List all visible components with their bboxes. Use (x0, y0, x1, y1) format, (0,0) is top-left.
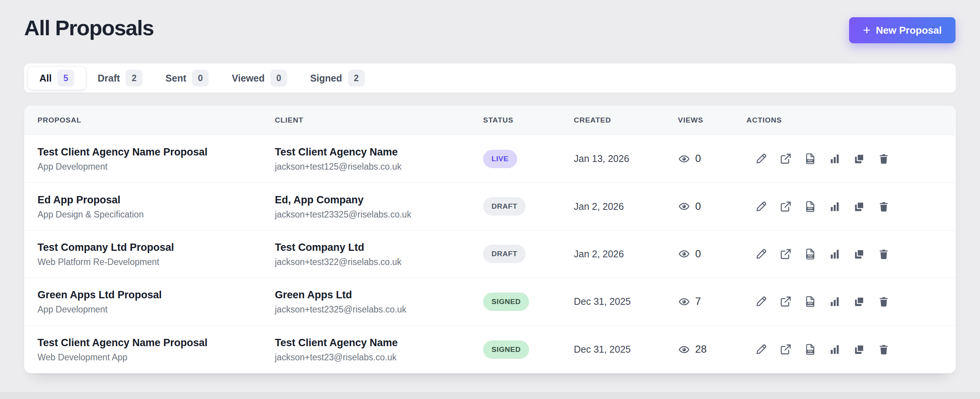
views-cell: 0 (678, 200, 746, 213)
table-row[interactable]: Test Client Agency Name Proposal App Dev… (24, 135, 956, 183)
client-cell: Green Apps Ltd jackson+test2325@riselabs… (275, 288, 483, 315)
created-date: Jan 2, 2026 (574, 201, 678, 212)
delete-button[interactable] (875, 293, 892, 310)
status-cell: LIVE (483, 150, 574, 168)
proposal-subtitle: Web Development App (38, 352, 275, 363)
analytics-button[interactable] (826, 198, 843, 215)
table-row[interactable]: Test Company Ltd Proposal Web Platform R… (24, 231, 956, 278)
tab-label: Sent (165, 73, 186, 84)
status-badge: DRAFT (483, 197, 526, 216)
proposal-cell: Ed App Proposal App Design & Specificati… (38, 193, 275, 220)
proposal-title: Test Company Ltd Proposal (38, 241, 275, 254)
plus-icon: + (863, 24, 871, 36)
bar-chart-icon (829, 343, 841, 355)
column-header-status: Status (483, 116, 574, 124)
analytics-button[interactable] (826, 245, 843, 262)
page-title: All Proposals (24, 15, 154, 41)
tab-label: All (39, 73, 52, 84)
actions-cell: PDF (746, 245, 956, 262)
edit-button[interactable] (753, 245, 769, 262)
edit-button[interactable] (753, 293, 769, 310)
tab-sent[interactable]: Sent 0 (154, 66, 220, 90)
bar-chart-icon (829, 248, 841, 260)
analytics-button[interactable] (826, 293, 843, 310)
trash-icon (878, 153, 890, 165)
actions-cell: PDF (746, 341, 956, 358)
svg-text:PDF: PDF (808, 302, 813, 305)
status-cell: SIGNED (483, 340, 574, 359)
open-proposal-button[interactable] (777, 245, 794, 262)
table-row[interactable]: Green Apps Ltd Proposal App Development … (24, 278, 956, 325)
bar-chart-icon (829, 153, 841, 165)
new-proposal-label: New Proposal (876, 25, 942, 36)
new-proposal-button[interactable]: + New Proposal (849, 17, 956, 43)
status-cell: DRAFT (483, 197, 574, 216)
edit-button[interactable] (753, 150, 769, 167)
views-count: 0 (695, 248, 701, 260)
open-proposal-button[interactable] (777, 198, 794, 215)
copy-icon (853, 201, 865, 213)
table-row[interactable]: Test Client Agency Name Proposal Web Dev… (24, 326, 956, 373)
download-pdf-button[interactable]: PDF (802, 245, 818, 262)
external-link-icon (780, 296, 792, 307)
edit-button[interactable] (753, 341, 769, 358)
views-cell: 28 (678, 343, 746, 356)
duplicate-button[interactable] (851, 150, 867, 167)
svg-text:PDF: PDF (808, 207, 813, 210)
proposals-table: Proposal Client Status Created Views Act… (24, 106, 956, 373)
download-pdf-button[interactable]: PDF (802, 198, 818, 215)
download-pdf-button[interactable]: PDF (802, 341, 818, 358)
trash-icon (878, 248, 890, 260)
client-email: jackson+test23325@riselabs.co.uk (275, 209, 483, 220)
tab-viewed[interactable]: Viewed 0 (220, 66, 299, 90)
views-count: 0 (695, 201, 701, 213)
analytics-button[interactable] (826, 150, 843, 167)
delete-button[interactable] (875, 198, 892, 215)
actions-cell: PDF (746, 293, 956, 310)
column-header-created: Created (574, 116, 678, 124)
open-proposal-button[interactable] (777, 341, 794, 358)
analytics-button[interactable] (826, 341, 843, 358)
proposal-cell: Test Client Agency Name Proposal Web Dev… (38, 336, 275, 363)
views-count: 7 (695, 296, 701, 307)
pencil-icon (755, 343, 767, 355)
delete-button[interactable] (875, 341, 892, 358)
open-proposal-button[interactable] (777, 293, 794, 310)
duplicate-button[interactable] (851, 293, 867, 310)
client-email: jackson+test322@riselabs.co.uk (275, 257, 483, 267)
proposal-title: Test Client Agency Name Proposal (38, 146, 275, 159)
edit-button[interactable] (753, 198, 769, 215)
tab-signed[interactable]: Signed 2 (299, 66, 376, 90)
copy-icon (853, 248, 865, 260)
created-date: Dec 31, 2025 (574, 296, 678, 307)
copy-icon (853, 296, 865, 307)
eye-icon (678, 248, 690, 260)
open-proposal-button[interactable] (777, 150, 794, 167)
status-filter-tabs: All 5 Draft 2 Sent 0 Viewed 0 Signed 2 (24, 64, 956, 93)
proposal-cell: Green Apps Ltd Proposal App Development (38, 288, 275, 315)
bar-chart-icon (829, 201, 841, 213)
table-header-row: Proposal Client Status Created Views Act… (24, 106, 956, 135)
client-cell: Ed, App Company jackson+test23325@risela… (275, 193, 483, 220)
download-pdf-button[interactable]: PDF (802, 293, 818, 310)
pdf-icon: PDF (804, 343, 816, 355)
pdf-icon: PDF (804, 296, 816, 307)
views-cell: 0 (678, 248, 746, 260)
external-link-icon (780, 248, 792, 260)
views-cell: 7 (678, 296, 746, 308)
tab-draft[interactable]: Draft 2 (86, 66, 154, 90)
delete-button[interactable] (875, 245, 892, 262)
copy-icon (853, 343, 865, 355)
tab-all[interactable]: All 5 (28, 66, 86, 90)
duplicate-button[interactable] (851, 198, 867, 215)
svg-text:PDF: PDF (808, 255, 813, 257)
delete-button[interactable] (875, 150, 892, 167)
duplicate-button[interactable] (851, 245, 867, 262)
tab-count-badge: 0 (270, 70, 287, 87)
download-pdf-button[interactable]: PDF (802, 150, 818, 167)
table-row[interactable]: Ed App Proposal App Design & Specificati… (24, 183, 956, 230)
column-header-client: Client (275, 116, 483, 124)
actions-cell: PDF (746, 198, 956, 215)
trash-icon (878, 201, 890, 213)
duplicate-button[interactable] (851, 341, 867, 358)
